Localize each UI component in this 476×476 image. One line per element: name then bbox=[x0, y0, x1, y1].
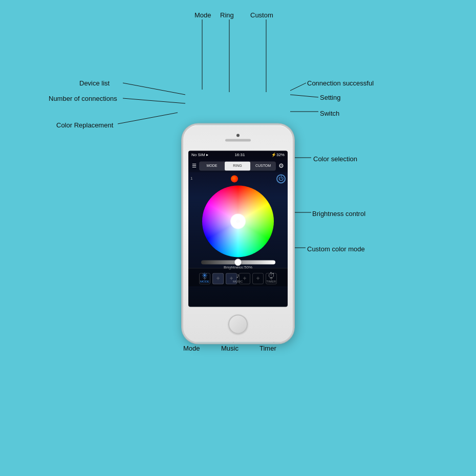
top-row: 1 ⏻ bbox=[190, 174, 286, 183]
status-bar: No SIM ▸ 16:31 ⚡32% bbox=[188, 150, 288, 160]
mode-nav-label: MODE bbox=[200, 280, 209, 283]
settings-icon[interactable]: ⚙ bbox=[277, 162, 286, 169]
brightness-track[interactable] bbox=[201, 260, 275, 264]
color-wheel-inner bbox=[230, 213, 246, 229]
phone-device: No SIM ▸ 16:31 ⚡32% ☰ MODE RING CUSTOM ⚙… bbox=[182, 123, 294, 343]
svg-line-3 bbox=[123, 83, 185, 95]
color-dot[interactable] bbox=[231, 175, 238, 182]
carrier: No SIM ▸ bbox=[191, 153, 208, 157]
setting-annotation: Setting bbox=[320, 94, 340, 101]
nav-mode[interactable]: ✳ MODE bbox=[200, 271, 209, 283]
brightness-control-annotation: Brightness control bbox=[312, 210, 365, 218]
bottom-navigation[interactable]: ✳ MODE ♪ MUSIC ⏱ TIMER bbox=[188, 268, 288, 286]
timer-bottom-annotation: Timer bbox=[259, 344, 276, 352]
music-nav-label: MUSIC bbox=[233, 280, 243, 283]
timer-nav-label: TIMER bbox=[266, 280, 276, 283]
num-connections-annotation: Number of connections bbox=[49, 95, 117, 102]
custom-color-mode-annotation: Custom color mode bbox=[307, 245, 365, 253]
svg-line-4 bbox=[123, 98, 185, 103]
nav-timer[interactable]: ⏱ TIMER bbox=[266, 271, 276, 283]
mode-label-annotation: Mode bbox=[194, 11, 211, 19]
music-nav-icon: ♪ bbox=[236, 271, 240, 279]
color-wheel-container[interactable] bbox=[202, 185, 274, 257]
phone-body: No SIM ▸ 16:31 ⚡32% ☰ MODE RING CUSTOM ⚙… bbox=[182, 123, 294, 343]
mode-bottom-annotation: Mode bbox=[183, 344, 200, 352]
phone-speaker bbox=[225, 139, 251, 142]
device-list-annotation: Device list bbox=[79, 79, 110, 87]
connection-successful-annotation: Connection successful bbox=[307, 79, 374, 87]
music-bottom-annotation: Music bbox=[221, 344, 239, 352]
tab-ring[interactable]: RING bbox=[225, 161, 250, 170]
ring-label-annotation: Ring bbox=[220, 11, 234, 19]
connection-count: 1 bbox=[190, 176, 192, 181]
phone-camera bbox=[236, 134, 240, 137]
app-content: 1 ⏻ Brightness:50% bbox=[188, 172, 288, 286]
home-button[interactable] bbox=[228, 315, 248, 334]
tab-mode[interactable]: MODE bbox=[199, 161, 225, 170]
nav-music[interactable]: ♪ MUSIC bbox=[233, 271, 243, 283]
phone-top bbox=[183, 125, 293, 150]
time: 16:31 bbox=[234, 153, 245, 157]
tab-group[interactable]: MODE RING CUSTOM bbox=[199, 161, 276, 170]
timer-nav-icon: ⏱ bbox=[268, 271, 275, 279]
battery: ⚡32% bbox=[271, 153, 285, 157]
phone-screen: No SIM ▸ 16:31 ⚡32% ☰ MODE RING CUSTOM ⚙… bbox=[188, 150, 288, 307]
color-wheel[interactable] bbox=[202, 185, 274, 257]
color-wheel-center-dot bbox=[236, 219, 240, 223]
mode-nav-icon: ✳ bbox=[202, 271, 208, 279]
svg-line-5 bbox=[118, 113, 178, 124]
switch-annotation: Switch bbox=[320, 110, 339, 117]
color-selection-annotation: Color selection bbox=[313, 155, 357, 163]
power-switch[interactable]: ⏻ bbox=[276, 174, 286, 183]
menu-icon[interactable]: ☰ bbox=[190, 163, 198, 168]
custom-label-annotation: Custom bbox=[250, 11, 273, 19]
color-replacement-annotation: Color Replacement bbox=[56, 121, 113, 129]
svg-line-7 bbox=[290, 95, 318, 97]
tab-navigation[interactable]: ☰ MODE RING CUSTOM ⚙ bbox=[188, 160, 288, 172]
brightness-thumb[interactable] bbox=[234, 258, 242, 266]
tab-custom[interactable]: CUSTOM bbox=[250, 161, 276, 170]
svg-line-6 bbox=[290, 83, 306, 91]
phone-bottom bbox=[183, 307, 293, 342]
